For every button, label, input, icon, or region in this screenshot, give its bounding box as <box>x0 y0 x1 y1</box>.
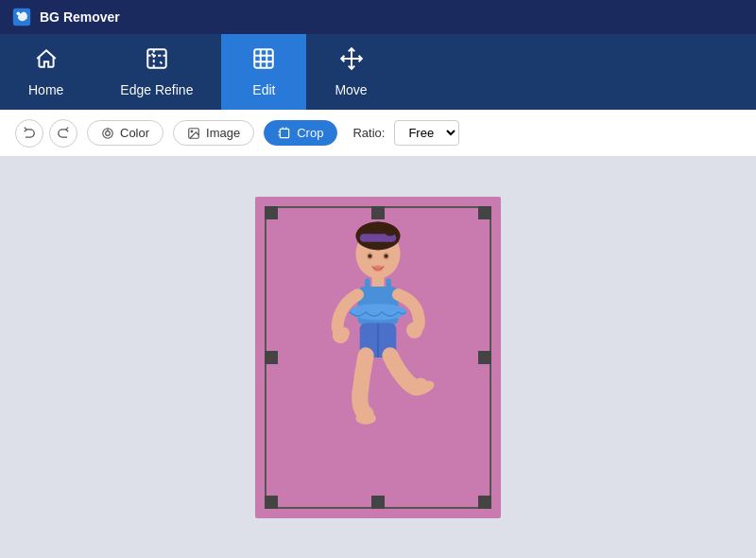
svg-point-23 <box>368 254 371 258</box>
svg-point-19 <box>369 221 386 234</box>
svg-point-31 <box>333 327 349 343</box>
color-button[interactable]: Color <box>87 120 163 146</box>
title-bar: BG Remover <box>0 0 756 34</box>
svg-rect-2 <box>147 49 166 68</box>
nav-item-move-label: Move <box>335 82 367 97</box>
crop-handle-lc[interactable] <box>265 351 278 364</box>
nav-item-edge-refine[interactable]: Edge Refine <box>92 34 221 110</box>
svg-point-10 <box>191 131 193 132</box>
app-logo <box>11 7 32 27</box>
image-button[interactable]: Image <box>173 120 254 146</box>
subject-figure <box>279 216 477 499</box>
undo-redo-group <box>15 119 77 148</box>
svg-point-24 <box>384 254 387 258</box>
image-button-label: Image <box>206 126 240 140</box>
ratio-label: Ratio: <box>352 126 385 140</box>
nav-item-edge-refine-label: Edge Refine <box>120 82 193 97</box>
app-title: BG Remover <box>40 9 120 25</box>
nav-item-home[interactable]: Home <box>0 34 92 110</box>
crop-handle-bl[interactable] <box>265 496 278 509</box>
color-button-label: Color <box>120 126 149 140</box>
image-container <box>255 197 501 518</box>
svg-point-35 <box>355 412 375 425</box>
home-icon <box>34 46 59 77</box>
ratio-select[interactable]: Free 1:1 4:3 16:9 <box>394 120 459 146</box>
svg-point-20 <box>386 228 396 236</box>
nav-bar: Home Edge Refine Edit Move <box>0 34 756 110</box>
edit-icon <box>251 46 276 77</box>
svg-rect-30 <box>387 278 391 290</box>
svg-rect-3 <box>255 49 274 68</box>
nav-item-edit-label: Edit <box>252 82 275 97</box>
crop-button-label: Crop <box>297 126 323 140</box>
svg-point-1 <box>17 12 21 16</box>
svg-rect-29 <box>365 278 369 290</box>
crop-handle-rc[interactable] <box>478 351 491 364</box>
svg-rect-11 <box>281 129 289 137</box>
crop-handle-br[interactable] <box>478 496 491 509</box>
svg-rect-26 <box>372 274 385 288</box>
nav-item-home-label: Home <box>28 82 63 97</box>
canvas-area <box>0 157 756 558</box>
image-card <box>255 197 501 518</box>
nav-item-move[interactable]: Move <box>306 34 395 110</box>
move-icon <box>339 46 364 77</box>
crop-handle-tl[interactable] <box>265 206 278 219</box>
crop-button[interactable]: Crop <box>264 120 337 146</box>
svg-point-25 <box>373 266 384 271</box>
svg-point-32 <box>406 323 422 339</box>
crop-handle-tr[interactable] <box>478 206 491 219</box>
svg-point-7 <box>106 131 111 135</box>
toolbar: Color Image Crop Ratio: Free 1:1 4:3 16:… <box>0 110 756 157</box>
edge-refine-icon <box>145 46 169 77</box>
nav-item-edit[interactable]: Edit <box>221 34 306 110</box>
redo-button[interactable] <box>49 119 77 148</box>
undo-button[interactable] <box>15 119 43 148</box>
